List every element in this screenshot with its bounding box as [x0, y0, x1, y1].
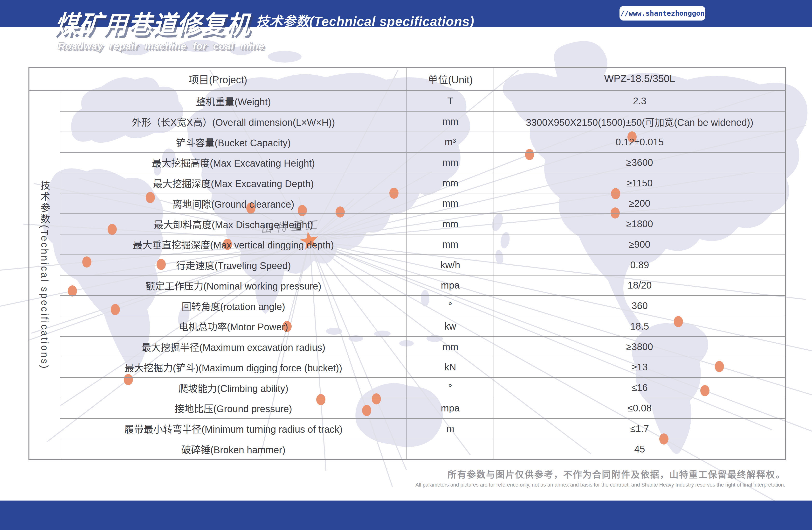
- spec-label-cell: 最大垂直挖掘深度(Max vertical dingging depth): [60, 234, 407, 255]
- table-row: 外形（长X宽X高）(Overall dimension(L×W×H)) mm 3…: [29, 111, 786, 132]
- spec-unit-cell: kw: [407, 316, 494, 337]
- spec-unit-cell: mm: [407, 111, 494, 132]
- table-row: 行走速度(Traveling Speed) kw/h 0.89: [29, 255, 786, 275]
- spec-unit-cell: m³: [407, 132, 494, 152]
- spec-label-cell: 整机重量(Weight): [60, 90, 407, 112]
- spec-label-cell: 离地间隙(Ground clearance): [60, 193, 407, 214]
- spec-label-cell: 额定工作压力(Nominal working pressure): [60, 275, 407, 296]
- spec-label-cell: 履带最小转弯半径(Minimum turning radius of track…: [60, 418, 407, 439]
- spec-label-cell: 爬坡能力(Climbing ability): [60, 377, 407, 398]
- spec-value-cell: 360: [494, 295, 786, 316]
- table-row: 离地间隙(Ground clearance) mm ≥200: [29, 193, 786, 214]
- spec-value-cell: ≥3800: [494, 337, 786, 357]
- spec-value-cell: ≥200: [494, 193, 786, 214]
- spec-value-cell: 45: [494, 439, 786, 460]
- spec-value-cell: ≥1150: [494, 173, 786, 193]
- spec-unit-cell: mpa: [407, 398, 494, 418]
- disclaimer-chinese: 所有参数与图片仅供参考，不作为合同附件及依据，山特重工保留最终解释权。: [416, 468, 785, 480]
- spec-label-cell: 铲斗容量(Bucket Capacity): [60, 132, 407, 152]
- website-url-text: Http://www.shantezhonggong.com: [599, 9, 726, 17]
- table-row: 接地比压(Ground pressure) mpa ≤0.08: [29, 398, 786, 418]
- header-project: 项目(Project): [29, 67, 407, 90]
- table-row: 电机总功率(Motor Power) kw 18.5: [29, 316, 786, 337]
- header-model: WPZ-18.5/350L: [494, 67, 786, 90]
- table-row: 最大垂直挖掘深度(Max vertical dingging depth) mm…: [29, 234, 786, 255]
- table-row: 回转角度(rotation angle) ° 360: [29, 295, 786, 316]
- spec-value-cell: ≥1800: [494, 214, 786, 234]
- spec-label-cell: 接地比压(Ground pressure): [60, 398, 407, 418]
- spec-unit-cell: [407, 439, 494, 460]
- header-unit: 单位(Unit): [407, 67, 494, 90]
- table-row: 最大挖掘力(铲斗)(Maximum digging force (bucket)…: [29, 357, 786, 378]
- spec-unit-cell: mm: [407, 337, 494, 357]
- website-link[interactable]: Http://www.shantezhonggong.com: [620, 6, 705, 20]
- spec-label-cell: 回转角度(rotation angle): [60, 295, 407, 316]
- page-title: 技术参数(Technical specifications): [256, 11, 474, 30]
- spec-unit-cell: mpa: [407, 275, 494, 296]
- table-row: 铲斗容量(Bucket Capacity) m³ 0.12±0.015: [29, 132, 786, 152]
- spec-value-cell: ≥13: [494, 357, 786, 378]
- spec-label-cell: 最大挖掘深度(Max Excavating Depth): [60, 173, 407, 193]
- spec-table: 项目(Project) 单位(Unit) WPZ-18.5/350L 技术参数(…: [28, 67, 786, 460]
- disclaimer-english: All parameters and pictures are for refe…: [416, 482, 785, 488]
- spec-value-cell: ≤16: [494, 377, 786, 398]
- spec-value-cell: ≤0.08: [494, 398, 786, 418]
- table-row: 技术参数(Technical specifications)整机重量(Weigh…: [29, 90, 786, 112]
- spec-unit-cell: kN: [407, 357, 494, 378]
- table-row: 最大挖掘半径(Maximum excavation radius) mm ≥38…: [29, 337, 786, 357]
- spec-label-cell: 最大挖掘力(铲斗)(Maximum digging force (bucket)…: [60, 357, 407, 378]
- spec-value-cell: 18.5: [494, 316, 786, 337]
- spec-unit-cell: mm: [407, 173, 494, 193]
- spec-unit-cell: °: [407, 377, 494, 398]
- table-row: 最大卸料高度(Max Discharge Height) mm ≥1800: [29, 214, 786, 234]
- spec-value-cell: ≥900: [494, 234, 786, 255]
- spec-value-cell: 3300X950X2150(1500)±50(可加宽(Can be widene…: [494, 111, 786, 132]
- table-row: 履带最小转弯半径(Minimum turning radius of track…: [29, 418, 786, 439]
- spec-unit-cell: T: [407, 90, 494, 112]
- spec-value-cell: 2.3: [494, 90, 786, 112]
- logo-english: Roadway repair machine for coal mine: [58, 41, 264, 52]
- spec-label-cell: 电机总功率(Motor Power): [60, 316, 407, 337]
- disclaimer: 所有参数与图片仅供参考，不作为合同附件及依据，山特重工保留最终解释权。 All …: [416, 468, 785, 488]
- table-header-row: 项目(Project) 单位(Unit) WPZ-18.5/350L: [29, 67, 786, 90]
- spec-value-cell: 0.89: [494, 255, 786, 275]
- spec-value-cell: 0.12±0.015: [494, 132, 786, 152]
- logo-chinese: 煤矿用巷道修复机: [54, 4, 252, 41]
- table-row: 最大挖掘深度(Max Excavating Depth) mm ≥1150: [29, 173, 786, 193]
- table-row: 爬坡能力(Climbing ability) ° ≤16: [29, 377, 786, 398]
- spec-unit-cell: kw/h: [407, 255, 494, 275]
- spec-label-cell: 行走速度(Traveling Speed): [60, 255, 407, 275]
- spec-value-cell: ≤1.7: [494, 418, 786, 439]
- table-row: 破碎锤(Broken hammer) 45: [29, 439, 786, 460]
- spec-unit-cell: mm: [407, 193, 494, 214]
- table-row: 最大挖掘高度(Max Excavating Height) mm ≥3600: [29, 152, 786, 173]
- spec-unit-cell: mm: [407, 234, 494, 255]
- spec-unit-cell: mm: [407, 214, 494, 234]
- spec-label-cell: 最大挖掘高度(Max Excavating Height): [60, 152, 407, 173]
- spec-sheet-page: 山特重工 煤矿用巷道修复机 Roadway repair machine for…: [0, 0, 812, 530]
- spec-value-cell: ≥3600: [494, 152, 786, 173]
- table-row: 额定工作压力(Nominal working pressure) mpa 18/…: [29, 275, 786, 296]
- spec-label-cell: 破碎锤(Broken hammer): [60, 439, 407, 460]
- spec-label-cell: 外形（长X宽X高）(Overall dimension(L×W×H)): [60, 111, 407, 132]
- spec-value-cell: 18/20: [494, 275, 786, 296]
- spec-unit-cell: °: [407, 295, 494, 316]
- spec-label-cell: 最大卸料高度(Max Discharge Height): [60, 214, 407, 234]
- spec-label-cell: 最大挖掘半径(Maximum excavation radius): [60, 337, 407, 357]
- spec-unit-cell: mm: [407, 152, 494, 173]
- bottom-brand-bar: [0, 501, 812, 530]
- spec-unit-cell: m: [407, 418, 494, 439]
- table-side-label: 技术参数(Technical specifications): [29, 90, 60, 460]
